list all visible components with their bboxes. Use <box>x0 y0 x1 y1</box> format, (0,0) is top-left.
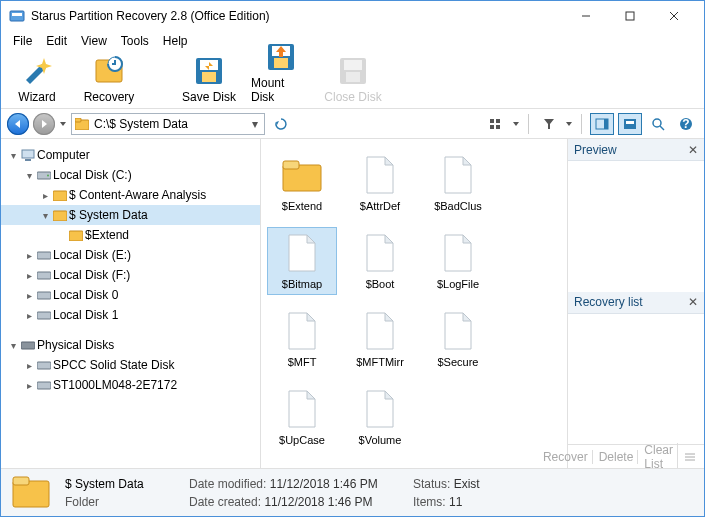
refresh-button[interactable] <box>269 113 293 135</box>
toolbar-wizard-label: Wizard <box>18 90 55 104</box>
file-icon <box>359 388 401 430</box>
svg-rect-26 <box>75 118 81 122</box>
file-item[interactable]: $Boot <box>345 227 415 295</box>
file-icon <box>281 310 323 352</box>
svg-marker-32 <box>513 122 519 126</box>
minimize-button[interactable] <box>564 2 608 30</box>
file-icon <box>281 232 323 274</box>
svg-rect-38 <box>626 121 634 124</box>
svg-rect-20 <box>344 60 362 70</box>
svg-marker-62 <box>463 157 471 165</box>
preview-pane-toggle[interactable] <box>590 113 614 135</box>
svg-rect-43 <box>22 150 34 158</box>
tree-local-1[interactable]: ▸Local Disk 1 <box>1 305 260 325</box>
menu-edit[interactable]: Edit <box>40 32 73 50</box>
preview-header: Preview ✕ <box>568 139 704 161</box>
view-mode-dropdown[interactable] <box>512 117 520 131</box>
list-options-icon[interactable] <box>680 452 700 462</box>
file-item[interactable]: $Secure <box>423 305 493 373</box>
help-button[interactable]: ? <box>674 113 698 135</box>
toolbar-mount-disk[interactable]: Mount Disk <box>251 40 311 104</box>
svg-rect-31 <box>496 125 500 129</box>
nav-back-button[interactable] <box>7 113 29 135</box>
tree-spcc[interactable]: ▸SPCC Solid State Disk <box>1 355 260 375</box>
status-status-label: Status: <box>413 477 450 491</box>
svg-rect-47 <box>53 191 67 201</box>
svg-marker-60 <box>385 157 393 165</box>
nav-row: ▾ ? <box>1 109 704 139</box>
tree-computer[interactable]: ▾Computer <box>1 145 260 165</box>
file-item[interactable]: $MFT <box>267 305 337 373</box>
toolbar-wizard[interactable]: Wizard <box>7 54 67 104</box>
toolbar-recovery-label: Recovery <box>84 90 135 104</box>
file-icon <box>359 154 401 196</box>
address-dropdown[interactable]: ▾ <box>246 117 264 131</box>
svg-rect-29 <box>496 119 500 123</box>
file-icon <box>359 232 401 274</box>
status-type: Folder <box>65 495 175 509</box>
svg-rect-16 <box>274 58 288 68</box>
svg-rect-1 <box>12 13 22 16</box>
recovery-list-close-icon[interactable]: ✕ <box>688 295 698 309</box>
svg-rect-30 <box>490 125 494 129</box>
status-created-label: Date created: <box>189 495 261 509</box>
toolbar-recovery[interactable]: Recovery <box>79 54 139 104</box>
filter-button[interactable] <box>537 113 561 135</box>
menu-view[interactable]: View <box>75 32 113 50</box>
tree-physical[interactable]: ▾Physical Disks <box>1 335 260 355</box>
recovery-list-actions: Recover Delete Clear List <box>568 444 704 468</box>
preview-body <box>568 161 704 292</box>
file-item[interactable]: $Volume <box>345 383 415 451</box>
tree-local-f[interactable]: ▸Local Disk (F:) <box>1 265 260 285</box>
file-item[interactable]: $LogFile <box>423 227 493 295</box>
toolbar-save-disk[interactable]: Save Disk <box>179 54 239 104</box>
tree-extend[interactable]: $Extend <box>1 225 260 245</box>
tree-system-data[interactable]: ▾$ System Data <box>1 205 260 225</box>
toolbar-close-disk-label: Close Disk <box>324 90 381 104</box>
svg-text:?: ? <box>682 117 689 131</box>
svg-line-40 <box>660 126 664 130</box>
recovery-pane-toggle[interactable] <box>618 113 642 135</box>
file-item[interactable]: $Extend <box>267 149 337 217</box>
window-title: Starus Partition Recovery 2.8 (Office Ed… <box>31 9 564 23</box>
menu-tools[interactable]: Tools <box>115 32 155 50</box>
nav-forward-button[interactable] <box>33 113 55 135</box>
tree-content-aware[interactable]: ▸$ Content-Aware Analysis <box>1 185 260 205</box>
close-button[interactable] <box>652 2 696 30</box>
address-input[interactable] <box>92 117 246 131</box>
wizard-icon <box>20 54 54 88</box>
tree-local-e[interactable]: ▸Local Disk (E:) <box>1 245 260 265</box>
tree-st1000[interactable]: ▸ST1000LM048-2E7172 <box>1 375 260 395</box>
toolbar-save-disk-label: Save Disk <box>182 90 236 104</box>
delete-button[interactable]: Delete <box>595 450 639 464</box>
search-button[interactable] <box>646 113 670 135</box>
nav-history-dropdown[interactable] <box>59 117 67 131</box>
recover-button[interactable]: Recover <box>539 450 593 464</box>
file-item[interactable]: $UpCase <box>267 383 337 451</box>
address-bar[interactable]: ▾ <box>71 113 265 135</box>
svg-marker-23 <box>42 120 47 128</box>
file-icon <box>437 310 479 352</box>
maximize-button[interactable] <box>608 2 652 30</box>
svg-rect-53 <box>37 312 51 319</box>
clear-list-button[interactable]: Clear List <box>640 443 678 471</box>
tree-local-0[interactable]: ▸Local Disk 0 <box>1 285 260 305</box>
file-item[interactable]: $MFTMirr <box>345 305 415 373</box>
folder-tree[interactable]: ▾Computer ▾Local Disk (C:) ▸$ Content-Aw… <box>1 139 261 468</box>
file-item[interactable]: $BadClus <box>423 149 493 217</box>
svg-rect-50 <box>37 252 51 259</box>
status-modified-value: 11/12/2018 1:46 PM <box>270 477 378 491</box>
menu-file[interactable]: File <box>7 32 38 50</box>
svg-marker-24 <box>60 122 66 126</box>
file-item[interactable]: $Bitmap <box>267 227 337 295</box>
tree-local-c[interactable]: ▾Local Disk (C:) <box>1 165 260 185</box>
svg-marker-33 <box>544 119 554 129</box>
view-mode-button[interactable] <box>484 113 508 135</box>
close-disk-icon <box>336 54 370 88</box>
menu-help[interactable]: Help <box>157 32 194 50</box>
file-item[interactable]: $AttrDef <box>345 149 415 217</box>
filter-dropdown[interactable] <box>565 117 573 131</box>
recovery-list-body <box>568 314 704 445</box>
preview-close-icon[interactable]: ✕ <box>688 143 698 157</box>
file-list[interactable]: $Extend $AttrDef $BadClus $Bitmap $Boot … <box>261 139 568 468</box>
